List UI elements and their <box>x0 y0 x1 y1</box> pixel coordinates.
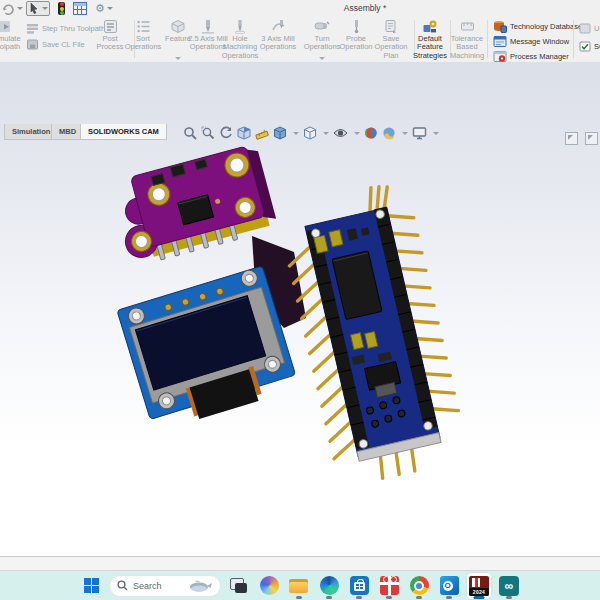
edge-button[interactable] <box>317 573 341 599</box>
save-operation-plan-icon <box>384 18 398 34</box>
hole-machining-icon <box>233 18 247 34</box>
section-view-icon[interactable] <box>237 126 251 140</box>
traffic-light-icon[interactable] <box>58 2 65 15</box>
mill-25axis-icon <box>201 18 215 34</box>
gift-app-button[interactable] <box>377 573 401 599</box>
save-cl-file-icon <box>26 39 39 50</box>
view-settings-icon[interactable] <box>412 126 427 140</box>
windows-logo-icon <box>84 578 99 593</box>
search-highlight-image <box>187 578 213 593</box>
edit-appearance-icon[interactable] <box>364 126 378 140</box>
search-icon <box>117 580 128 591</box>
step-thru-toolpath-icon <box>26 23 39 34</box>
tolerance-based-machining-icon <box>460 18 475 34</box>
mill-3axis-icon <box>271 18 286 34</box>
view-orientation-icon[interactable] <box>273 126 287 140</box>
redo-icon[interactable] <box>2 2 23 15</box>
tolerance-based-machining-button[interactable]: Tolerance Based Machining <box>444 18 490 61</box>
apply-scene-caret[interactable] <box>402 132 408 135</box>
hide-show-items-icon[interactable] <box>333 126 348 140</box>
solidworks-addin-button[interactable]: SOL <box>579 41 600 52</box>
tab-solidworks-cam[interactable]: SOLIDWORKS CAM <box>80 124 167 140</box>
taskbar: Search <box>0 571 600 600</box>
window-title: Assembly * <box>300 3 430 13</box>
edge-icon <box>320 576 339 595</box>
solidworks-addin-icon <box>579 41 591 52</box>
display-style-caret[interactable] <box>323 132 329 135</box>
task-view-button[interactable] <box>227 573 251 599</box>
microsoft-store-button[interactable] <box>347 573 371 599</box>
save-operation-plan-button[interactable]: Save Operation Plan <box>369 18 413 61</box>
solidworks-button[interactable]: 2024 <box>467 573 491 599</box>
user-defined-icon <box>579 23 591 34</box>
chrome-icon <box>410 576 429 595</box>
arduino-nano-board[interactable] <box>276 180 469 488</box>
zoom-to-area-icon[interactable] <box>201 126 215 140</box>
options-gear-icon[interactable]: ⚙ <box>95 2 113 15</box>
screen: { "window": { "title": "Assembly *" }, "… <box>0 0 600 600</box>
pane-expand-left-icon[interactable] <box>565 132 578 145</box>
quick-access-toolbar: ⚙ <box>2 1 116 16</box>
previous-view-icon[interactable] <box>219 126 233 140</box>
arduino-ide-button[interactable]: ∞ <box>497 573 521 599</box>
copilot-button[interactable] <box>257 573 281 599</box>
default-feature-strategies-icon <box>422 18 438 34</box>
post-process-icon <box>103 18 118 34</box>
start-button[interactable] <box>79 573 103 599</box>
mill-3axis-button[interactable]: 3 Axis Mill Operations <box>255 18 301 61</box>
solidworks-badge: 2024 <box>469 588 489 596</box>
technology-database-icon <box>493 20 507 33</box>
gift-icon <box>380 576 399 595</box>
save-cl-file-button[interactable]: Save CL File <box>26 39 85 50</box>
arduino-ide-icon: ∞ <box>499 576 519 596</box>
display-style-icon[interactable] <box>303 126 317 140</box>
select-cursor-icon[interactable] <box>26 1 50 16</box>
outlook-button[interactable]: O <box>437 573 461 599</box>
taskbar-search[interactable]: Search <box>109 575 221 597</box>
design-table-icon[interactable] <box>73 2 87 15</box>
turn-operations-icon <box>314 18 330 34</box>
file-explorer-button[interactable] <box>287 573 311 599</box>
solidworks-icon: 2024 <box>469 576 489 596</box>
status-bar <box>0 556 600 571</box>
pane-expand-right-icon[interactable] <box>585 132 598 145</box>
measure-icon[interactable] <box>255 126 269 140</box>
technology-database-button[interactable]: Technology Database <box>493 20 582 33</box>
view-settings-caret[interactable] <box>433 132 439 135</box>
apply-scene-icon[interactable] <box>382 126 396 140</box>
hide-show-items-caret[interactable] <box>354 132 360 135</box>
probe-operation-icon <box>350 18 363 34</box>
simulate-toolpath-icon <box>0 18 14 34</box>
search-placeholder: Search <box>133 581 182 591</box>
microsoft-store-icon <box>350 576 369 595</box>
pane-buttons <box>565 132 598 145</box>
feature-icon <box>170 18 186 34</box>
chrome-button[interactable] <box>407 573 431 599</box>
title-bar: ⚙ Assembly * <box>0 0 600 17</box>
message-window-button[interactable]: Message Window <box>493 35 569 48</box>
sort-operations-icon <box>136 18 151 34</box>
zoom-to-fit-icon[interactable] <box>183 126 197 140</box>
message-window-icon <box>493 35 507 48</box>
user-defined-button[interactable]: Use <box>579 23 600 34</box>
heads-up-view-toolbar <box>183 126 439 140</box>
outlook-icon: O <box>440 576 459 595</box>
view-orientation-caret[interactable] <box>293 132 299 135</box>
ribbon: Simulate Toolpath Step Thru Toolpath Sav… <box>0 17 600 63</box>
copilot-icon <box>260 576 279 595</box>
graphics-viewport[interactable]: Simulation MBD SOLIDWORKS CAM <box>0 62 600 556</box>
